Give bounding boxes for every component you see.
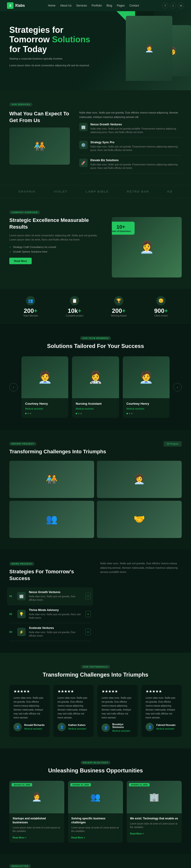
expect-section: OUR SERVICES What You Can Expect To Get …: [0, 90, 191, 185]
process-right: Nulla vitae nunc. Nullis quis est gravid…: [100, 561, 182, 641]
testimonials-row: ★★★★★ Lorem vitae nunc. Nullis quis est …: [9, 685, 182, 737]
strategic-read-more-button[interactable]: Read More: [9, 258, 32, 264]
counter-num-2: 200+: [111, 307, 127, 314]
blog-title-1: Solving specific business challenges: [71, 816, 120, 825]
hero-content: Strategies for Tomorrow Solutions for To…: [9, 25, 103, 67]
social-twitter[interactable]: t: [170, 3, 176, 9]
testimonial-text-1: Lorem vitae nunc. Nullis quis est gravid…: [57, 696, 89, 720]
brand-logo[interactable]: X Xlabs: [7, 2, 25, 9]
solution-name-1: Nursing Assistant: [76, 402, 115, 405]
cta-left: NEWSLETTER Partnering for Sustainable Gr…: [9, 864, 108, 868]
hero-img-main-placeholder: 👩‍💼: [126, 16, 172, 81]
blog-read-more-0[interactable]: Read More +: [12, 836, 27, 839]
nav-about[interactable]: About Us: [60, 4, 72, 7]
process-items: 01 🏢 Nexus Growth Ventures Nulla vitae n…: [9, 587, 91, 641]
blog-title-0: Startups and established businesses: [12, 816, 61, 825]
solution-card-1: 👩‍⚕️ Nursing Assistant Medical assistant: [72, 356, 119, 418]
strategic-heading: Strategic Excellence Measurable Results: [9, 217, 103, 230]
service-item-0: 🏢 Nexus Growth Ventures Nulla vitae nunc…: [79, 123, 182, 137]
process-title-2: Xcelerate Ventures: [29, 626, 82, 629]
projects-header: RECENT PROJECT Transforming Challenges I…: [9, 441, 182, 455]
counter-label-3: Client review: [154, 314, 168, 317]
projects-grid: 🧑‍🤝‍🧑 👩‍💼 👥 🤝: [9, 461, 182, 538]
counter-row: 👥 200+ Team Member 📋 10k+ Complete proje…: [9, 296, 182, 317]
blog-desc-1: Lorem ipsum dolor sit amet of Lorem ipsu…: [71, 826, 120, 833]
counter-label-2: Winning Award: [111, 314, 127, 317]
service-desc-2: Nulla vitae nunc. Nullis quis est gravid…: [90, 163, 182, 170]
all-projects-button[interactable]: All Projects: [164, 441, 182, 446]
solution-card-img-1: 👩‍⚕️: [72, 356, 119, 398]
blog-read-more-2[interactable]: Read More +: [130, 832, 144, 835]
process-expand-0[interactable]: □: [85, 593, 91, 599]
process-expand-2[interactable]: +: [85, 629, 91, 635]
expect-right: Nulla vitae nunc. Nullis quis est gravid…: [79, 111, 182, 173]
logo-2: LAMP BIBLE: [86, 190, 109, 193]
blog-card-img-1: 👥 October 21, 2022: [68, 781, 123, 813]
card-dots-1: [76, 413, 115, 414]
logo-icon: X: [7, 2, 13, 9]
testimonial-card-1: ★★★★★ Lorem vitae nunc. Nullis quis est …: [53, 685, 93, 737]
nav-portfolio[interactable]: Portfolio: [91, 4, 102, 7]
testimonial-text-3: Lorem vitae nunc. Nullis quis est gravid…: [145, 696, 178, 720]
nav-contact[interactable]: Contact: [129, 4, 139, 7]
social-linkedin[interactable]: in: [178, 3, 184, 9]
process-expand-1[interactable]: +: [85, 611, 91, 617]
social-facebook[interactable]: f: [162, 3, 168, 9]
expect-image: 🧑‍🤝‍🧑: [9, 127, 70, 165]
logos-section: GRAPHIA VIOLET LAMP BIBLE RETRO BAR KD: [0, 185, 191, 198]
author-name-0: Ronald Richards: [24, 723, 45, 726]
process-icon-0: 🏢: [17, 592, 26, 600]
solution-role-1: Medical assistant: [76, 407, 93, 410]
blog-card-2: 🏢 October 21, 2022 We exist: Technology …: [127, 781, 182, 843]
testimonials-header: OUR TESTIMONIALS Transforming Challenges…: [9, 664, 182, 678]
blog-card-1: 👥 October 21, 2022 Solving specific busi…: [68, 781, 123, 843]
blog-badge: RECENT BLOG POST: [81, 761, 111, 765]
logo-0: GRAPHIA: [19, 190, 36, 193]
counter-1: 📋 10k+ Complete project: [66, 296, 83, 317]
process-section: WORK PROCESS Strategies For Tomorrow's S…: [0, 550, 191, 653]
solution-role-0: Medical assistant: [25, 407, 43, 410]
service-item-1: ⚙️ Strategy Sync Pro Nulla vitae nunc. N…: [79, 141, 182, 155]
blog-section: RECENT BLOG POST Unleashing Business Opp…: [0, 748, 191, 854]
blog-date-0: January 31, 2024: [12, 783, 32, 786]
projects-header-left: RECENT PROJECT Transforming Challenges I…: [9, 441, 106, 455]
author-name-1: Kathen Kahen: [68, 723, 86, 726]
testimonial-text-2: Lorem vitae nunc. Nullis quis est gravid…: [102, 696, 134, 720]
solution-name-0: Courtney Henry: [25, 402, 64, 405]
blog-date-2: October 21, 2022: [129, 783, 149, 786]
strategic-list: Strategy Craft Consultancy inc curved Gr…: [9, 246, 103, 253]
counter-0: 👥 200+ Team Member: [23, 296, 38, 317]
counter-num-1: 10k+: [66, 307, 83, 314]
service-desc-0: Nulla vitae nunc. Nullis quis est gravid…: [90, 127, 182, 134]
process-heading: Strategies For Tomorrow's Success: [9, 568, 91, 582]
navbar: X Xlabs Home About Us Services Portfolio…: [0, 0, 191, 11]
nav-blog[interactable]: Blog: [106, 4, 112, 7]
author-avatar-3: 👤: [145, 723, 154, 731]
logo-1: VIOLET: [54, 190, 67, 193]
process-icon-2: ⚡: [17, 628, 26, 636]
strategic-list-item-1: Growth Sphere Solutions here: [9, 250, 103, 253]
nav-services[interactable]: Services: [76, 4, 87, 7]
carousel-next-button[interactable]: ›: [173, 383, 182, 392]
blog-title-2: We exist: Technology that enable us: [130, 816, 179, 820]
service-info-1: Strategy Sync Pro Nulla vitae nunc. Null…: [90, 141, 182, 152]
blog-read-more-1[interactable]: Read More +: [71, 836, 85, 839]
process-desc-0: Nulla vitae nunc. Nullis quis est gravid…: [29, 595, 82, 602]
process-item-0: 01 🏢 Nexus Growth Ventures Nulla vitae n…: [7, 587, 93, 605]
counter-num-3: 900+: [154, 307, 168, 314]
nav-pages[interactable]: Pages: [117, 4, 125, 7]
blog-card-body-2: We exist: Technology that enable us Lore…: [127, 813, 182, 839]
service-icon-0: 🏢: [79, 123, 88, 131]
process-num-0: 01: [9, 595, 14, 597]
solutions-carousel: ‹ 🧑‍💼 Courtney Henry Medical assistant 👩…: [9, 356, 182, 418]
testimonial-author-0: 👤 Ronald Richards Medical assistant: [13, 723, 46, 731]
process-text-1: Thrive Minds Advisory Nulla vitae nunc. …: [29, 609, 82, 620]
logo-3: RETRO BAR: [127, 190, 149, 193]
carousel-prev-button[interactable]: ‹: [9, 383, 18, 392]
counter-icon-2: 🏆: [114, 296, 124, 305]
testimonial-card-2: ★★★★★ Lorem vitae nunc. Nullis quis est …: [98, 685, 138, 737]
nav-home[interactable]: Home: [48, 4, 55, 7]
strategic-list-item-0: Strategy Craft Consultancy inc curved: [9, 246, 103, 248]
author-info-0: Ronald Richards Medical assistant: [24, 723, 45, 731]
project-img-2: 👥: [9, 501, 94, 538]
